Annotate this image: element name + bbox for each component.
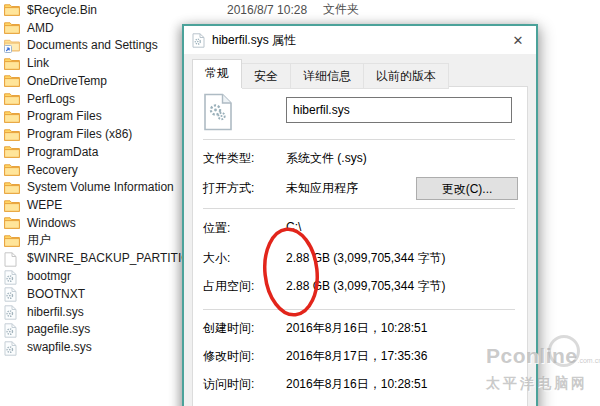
- properties-dialog: hiberfil.sys 属性 ✕ 常规 安全 详细信息 以前的版本: [182, 24, 538, 406]
- folder-icon: [4, 92, 20, 105]
- folder-icon: [4, 57, 20, 70]
- file-type-icon: [4, 144, 21, 159]
- file-type-icon: [4, 127, 21, 142]
- property-value: 2016年8月16日，10:28:51: [286, 376, 427, 393]
- junction-folder-icon: [4, 39, 20, 53]
- system-file-icon: [4, 287, 17, 302]
- file-date-modified: 2016/8/7 10:28: [227, 3, 307, 17]
- file-type-icon: [4, 109, 21, 124]
- file-type-icon: [4, 286, 21, 301]
- file-type-icon: [4, 2, 21, 17]
- file-name: ProgramData: [27, 145, 98, 159]
- file-name: Program Files: [27, 109, 102, 123]
- dialog-titlebar-icon: [192, 33, 205, 48]
- dialog-tabs: 常规 安全 详细信息 以前的版本: [192, 59, 449, 89]
- system-file-icon: [4, 341, 17, 356]
- property-row: 占用空间: 2.88 GB (3,099,705,344 字节): [203, 278, 521, 295]
- folder-icon: [4, 74, 20, 87]
- file-type-icon: [4, 198, 21, 213]
- property-label: 访问时间:: [203, 376, 286, 393]
- file-name: WEPE: [27, 198, 62, 212]
- folder-icon: [4, 145, 20, 158]
- folder-icon: [4, 181, 20, 194]
- folder-icon: [4, 163, 20, 176]
- property-row: 创建时间: 2016年8月16日，10:28:51: [203, 320, 521, 337]
- change-button[interactable]: 更改(C)...: [416, 177, 518, 200]
- property-label: 修改时间:: [203, 348, 286, 365]
- file-type-icon: [4, 73, 21, 88]
- screenshot-root: $Recycle.Bin 2016/8/7 10:28 文件夹: [0, 0, 600, 406]
- folder-icon: [4, 3, 20, 16]
- property-row: 访问时间: 2016年8月16日，10:28:51: [203, 376, 521, 393]
- property-row: 位置: C:\: [203, 220, 521, 237]
- tab[interactable]: 安全: [242, 63, 291, 89]
- folder-icon: [4, 199, 20, 212]
- file-type-icon: [4, 233, 21, 248]
- property-row: 修改时间: 2016年8月17日，17:35:36: [203, 348, 521, 365]
- file-type-icon: [4, 251, 21, 266]
- tab[interactable]: 以前的版本: [364, 63, 449, 89]
- tab[interactable]: 详细信息: [291, 63, 364, 89]
- folder-icon: [4, 216, 20, 229]
- folder-icon: [4, 234, 20, 247]
- file-name: BOOTNXT: [27, 287, 85, 301]
- general-tab-page: 文件类型: 系统文件 (.sys) 打开方式: 未知应用程序 位置: C:\: [192, 86, 528, 406]
- property-label: 位置:: [203, 220, 286, 237]
- tab[interactable]: 常规: [192, 59, 242, 88]
- file-name: PerfLogs: [27, 92, 75, 106]
- system-file-icon: [4, 270, 17, 285]
- file-icon: [4, 252, 17, 267]
- file-name: Documents and Settings: [27, 38, 158, 52]
- file-type-icon: [4, 91, 21, 106]
- dialog-title: hiberfil.sys 属性: [212, 32, 296, 49]
- watermark-suffix: .com.cn: [578, 357, 600, 364]
- file-name: Link: [27, 56, 49, 70]
- folder-icon: [4, 110, 20, 123]
- dialog-titlebar[interactable]: hiberfil.sys 属性 ✕: [184, 26, 536, 54]
- property-value: 2016年8月17日，17:35:36: [286, 348, 427, 365]
- property-value: 2016年8月16日，10:28:51: [286, 320, 427, 337]
- property-label: 占用空间:: [203, 278, 286, 295]
- property-value: C:\: [286, 220, 301, 237]
- file-name: bootmgr: [27, 269, 71, 283]
- file-type-label: 文件夹: [323, 1, 359, 18]
- file-type-icon: [4, 304, 21, 319]
- property-label: 文件类型:: [203, 150, 286, 167]
- file-name: $Recycle.Bin: [27, 3, 97, 17]
- file-type-icon: [4, 322, 21, 337]
- file-name: Windows: [27, 216, 76, 230]
- property-value: 系统文件 (.sys): [286, 150, 367, 167]
- folder-icon: [4, 21, 20, 34]
- close-icon[interactable]: ✕: [509, 31, 527, 49]
- file-name: swapfile.sys: [27, 340, 92, 354]
- file-type-icon: [4, 215, 21, 230]
- list-item[interactable]: $Recycle.Bin 2016/8/7 10:28 文件夹: [4, 1, 600, 19]
- property-label: 创建时间:: [203, 320, 286, 337]
- property-row: 文件类型: 系统文件 (.sys): [203, 150, 521, 167]
- property-label: 打开方式:: [203, 180, 286, 197]
- file-name: 用户: [27, 232, 51, 249]
- property-value: 2.88 GB (3,099,705,344 字节): [286, 250, 445, 267]
- file-name: OneDriveTemp: [27, 74, 107, 88]
- file-type-icon: [4, 340, 21, 355]
- file-type-icon: [4, 180, 21, 195]
- file-name: Recovery: [27, 163, 78, 177]
- property-value: 2.88 GB (3,099,705,344 字节): [286, 278, 445, 295]
- property-value: 未知应用程序: [286, 180, 358, 197]
- property-label: 大小:: [203, 250, 286, 267]
- property-row: 大小: 2.88 GB (3,099,705,344 字节): [203, 250, 521, 267]
- system-file-icon: [4, 305, 17, 320]
- file-name: Program Files (x86): [27, 127, 132, 141]
- system-file-icon: [4, 323, 17, 338]
- file-name: hiberfil.sys: [27, 305, 84, 319]
- folder-icon: [4, 128, 20, 141]
- file-type-icon: [4, 20, 21, 35]
- file-type-icon: [4, 56, 21, 71]
- file-type-icon: [4, 269, 21, 284]
- property-rows: 文件类型: 系统文件 (.sys) 打开方式: 未知应用程序 位置: C:\: [193, 87, 527, 406]
- file-type-icon: [4, 38, 21, 53]
- file-name: AMD: [27, 21, 54, 35]
- file-name: System Volume Information: [27, 180, 174, 194]
- file-name: pagefile.sys: [27, 322, 90, 336]
- file-type-icon: [4, 162, 21, 177]
